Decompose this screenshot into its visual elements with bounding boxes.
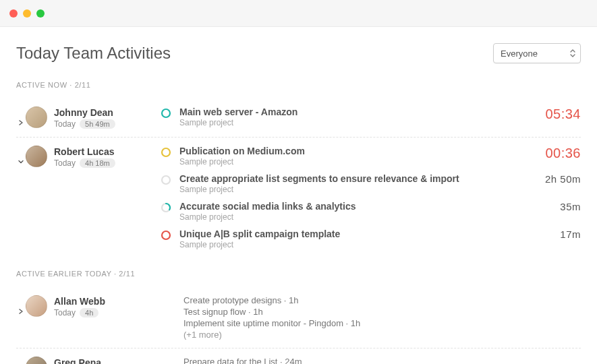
task-item[interactable]: Unique A|B split campaign template Sampl… (161, 229, 581, 249)
avatar (26, 107, 47, 128)
task-item[interactable]: Main web server - Amazon Sample project … (161, 107, 581, 127)
task-timer: 05:34 (523, 107, 581, 122)
task-duration: 35m (523, 201, 581, 212)
minimize-icon[interactable] (23, 9, 31, 18)
task-item[interactable]: Publication on Medium.com Sample project… (161, 146, 581, 166)
member-name: Allan Webb (54, 296, 105, 307)
summary-line: Create prototype designs · 1h (183, 295, 581, 305)
activity-row: Robert Lucas Today 4h 18m Publication on… (16, 137, 581, 257)
task-project: Sample project (179, 157, 515, 166)
summary-line: Implement site uptime monitor - Pingdom … (183, 318, 581, 328)
chevron-right-icon[interactable] (18, 305, 24, 310)
task-title: Accurate social media links & analytics (179, 201, 515, 212)
task-title: Unique A|B split campaign template (179, 229, 515, 239)
task-duration: 17m (523, 229, 581, 240)
member-name: Greg Pena (54, 357, 111, 364)
task-project: Sample project (179, 185, 515, 194)
summary-line: Test signup flow · 1h (183, 307, 581, 317)
activity-row: Allan Webb Today 4h Create prototype des… (16, 287, 581, 348)
maximize-icon[interactable] (36, 9, 45, 18)
chevron-right-icon[interactable] (18, 116, 24, 121)
window-titlebar (0, 0, 597, 27)
status-ring-icon (161, 230, 171, 241)
task-item[interactable]: Create appropriate list segments to ensu… (161, 173, 581, 194)
chevron-down-icon[interactable] (18, 155, 24, 160)
summary-line: Prepare data for the List · 24m (183, 357, 581, 364)
avatar (26, 295, 47, 317)
svg-point-2 (162, 176, 170, 184)
duration-pill: 5h 49m (80, 119, 115, 129)
task-title: Publication on Medium.com (179, 146, 515, 156)
task-duration: 2h 50m (523, 173, 581, 185)
member-name: Robert Lucas (54, 146, 115, 157)
section-header-active-earlier: ACTIVE EARLIER TODAY · 2/11 (16, 270, 581, 278)
summary-more[interactable]: (+1 more) (183, 330, 581, 340)
status-ring-icon (161, 147, 171, 158)
svg-point-1 (162, 148, 170, 156)
svg-point-4 (162, 231, 170, 239)
task-project: Sample project (179, 212, 515, 222)
avatar (26, 146, 47, 167)
select-chevrons-icon (569, 48, 576, 59)
task-project: Sample project (179, 240, 515, 249)
filter-select[interactable]: Everyone (493, 43, 581, 63)
status-ring-icon (161, 202, 171, 213)
close-icon[interactable] (9, 9, 18, 18)
svg-point-0 (162, 109, 170, 117)
section-header-active-now: ACTIVE NOW · 2/11 (16, 81, 581, 89)
page-title: Today Team Activities (16, 44, 171, 63)
task-timer: 00:36 (523, 146, 581, 161)
avatar (26, 357, 47, 364)
activity-row: Greg Pena Today 8h 7m Prepare data for t… (16, 348, 581, 364)
duration-pill: 4h 18m (80, 158, 115, 168)
task-summary-list: Prepare data for the List · 24m Correcti… (161, 357, 581, 364)
member-day: Today (54, 308, 76, 317)
activity-row: Johnny Dean Today 5h 49m Main web server… (16, 98, 581, 137)
filter-selected-value: Everyone (501, 49, 538, 59)
status-ring-icon (161, 175, 171, 185)
task-item[interactable]: Accurate social media links & analytics … (161, 201, 581, 222)
task-title: Main web server - Amazon (179, 107, 515, 117)
member-day: Today (54, 119, 76, 129)
task-summary-list: Create prototype designs · 1h Test signu… (161, 295, 581, 340)
task-project: Sample project (179, 118, 515, 127)
member-day: Today (54, 158, 76, 168)
status-ring-icon (161, 108, 171, 119)
member-name: Johnny Dean (54, 107, 115, 118)
duration-pill: 4h (80, 308, 98, 317)
task-title: Create appropriate list segments to ensu… (179, 173, 515, 184)
